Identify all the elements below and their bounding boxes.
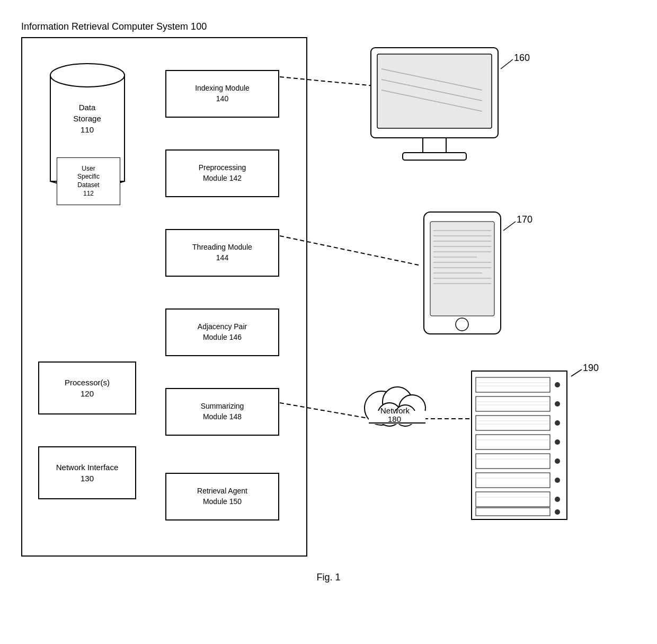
svg-line-30: [503, 222, 516, 231]
svg-line-10: [381, 90, 482, 111]
network-interface-box: Network Interface130: [38, 446, 136, 499]
svg-rect-12: [403, 153, 466, 160]
retrieval-module-box: Retrieval AgentModule 150: [165, 473, 279, 521]
adjacency-module-label: Adjacency PairModule 146: [198, 322, 247, 342]
svg-rect-16: [430, 222, 494, 316]
svg-text:Network: Network: [380, 406, 410, 415]
svg-point-34: [378, 403, 401, 426]
svg-rect-53: [476, 435, 550, 449]
svg-rect-56: [476, 454, 550, 469]
svg-point-28: [456, 318, 468, 331]
svg-line-9: [381, 80, 482, 101]
svg-rect-45: [476, 396, 550, 411]
user-dataset-box: UserSpecificDataset112: [57, 157, 120, 205]
svg-point-33: [399, 395, 425, 421]
system-title: Information Retrieval Computer System 10…: [21, 21, 636, 32]
svg-rect-6: [371, 48, 498, 138]
summarizing-module-box: SummarizingModule 148: [165, 388, 279, 436]
svg-rect-15: [424, 212, 501, 334]
svg-text:170: 170: [517, 214, 532, 225]
svg-rect-11: [423, 138, 446, 153]
svg-rect-7: [377, 54, 492, 128]
svg-point-48: [555, 401, 560, 407]
user-dataset-label: UserSpecificDataset112: [77, 165, 100, 198]
network-interface-label: Network Interface130: [56, 462, 119, 484]
svg-rect-62: [476, 492, 550, 507]
indexing-module-box: Indexing Module140: [165, 70, 279, 118]
diagram-container: Information Retrieval Computer System 10…: [21, 21, 636, 604]
svg-point-44: [555, 382, 560, 387]
data-storage-label: DataStorage110: [38, 102, 136, 135]
svg-point-52: [555, 420, 560, 426]
processor-box: Processor(s)120: [38, 361, 136, 414]
svg-rect-49: [476, 416, 550, 430]
system-box: DataStorage110 UserSpecificDataset112 Pr…: [21, 37, 307, 557]
svg-rect-40: [472, 371, 567, 519]
data-storage-area: DataStorage110 UserSpecificDataset112: [38, 54, 136, 213]
svg-point-1: [50, 64, 125, 87]
svg-line-14: [501, 59, 513, 69]
svg-line-8: [381, 69, 482, 90]
svg-text:180: 180: [388, 414, 401, 424]
svg-point-31: [365, 391, 398, 425]
svg-rect-59: [476, 473, 550, 488]
indexing-module-label: Indexing Module140: [195, 83, 250, 104]
svg-rect-65: [476, 508, 550, 516]
svg-point-32: [383, 387, 412, 417]
svg-point-58: [555, 458, 560, 464]
svg-text:160: 160: [514, 52, 530, 63]
svg-line-68: [571, 369, 582, 376]
svg-point-66: [555, 509, 560, 515]
retrieval-module-label: Retrieval AgentModule 150: [197, 486, 247, 507]
svg-point-35: [395, 405, 416, 426]
preprocessing-module-label: PreprocessingModule 142: [199, 163, 246, 183]
svg-rect-36: [369, 411, 425, 424]
svg-point-55: [555, 439, 560, 445]
preprocessing-module-box: PreprocessingModule 142: [165, 149, 279, 197]
svg-text:190: 190: [583, 363, 599, 373]
svg-point-61: [555, 478, 560, 483]
summarizing-module-label: SummarizingModule 148: [201, 401, 244, 422]
svg-rect-41: [476, 377, 550, 392]
fig-label: Fig. 1: [316, 572, 340, 583]
processor-label: Processor(s)120: [65, 377, 110, 399]
threading-module-label: Threading Module144: [192, 242, 252, 263]
adjacency-module-box: Adjacency PairModule 146: [165, 308, 279, 356]
svg-point-64: [555, 497, 560, 502]
threading-module-box: Threading Module144: [165, 229, 279, 277]
